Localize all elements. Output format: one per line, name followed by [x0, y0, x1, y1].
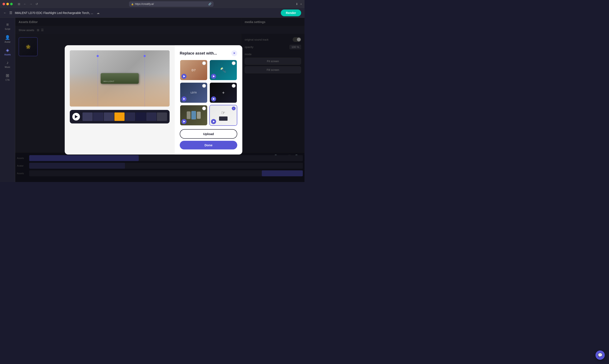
- filmstrip-frame-active[interactable]: [114, 112, 125, 121]
- play-button[interactable]: [72, 113, 80, 120]
- modal-title: Replace asset with...: [180, 51, 217, 56]
- asset-radio-4[interactable]: [232, 84, 236, 88]
- asset-play-btn-3[interactable]: [181, 96, 186, 102]
- asset-thumb-3[interactable]: LD70: [180, 82, 208, 103]
- forward-btn[interactable]: →: [29, 2, 33, 6]
- browser-nav: ⊞ ← → ↺: [17, 2, 39, 6]
- lock-icon: 🔒: [131, 3, 134, 5]
- modal-container: IMALENT: [65, 45, 255, 155]
- asset-radio-5[interactable]: [202, 106, 206, 110]
- sidebar-item-avatar[interactable]: 👤 Avatar: [1, 33, 14, 45]
- upload-button[interactable]: Upload: [180, 129, 237, 139]
- sidebar-label-music: Music: [5, 66, 10, 68]
- sidebar-item-cta[interactable]: ⊞ CTA: [1, 71, 14, 83]
- modal-header: Replace asset with... ×: [180, 50, 237, 56]
- filmstrip-frame-5: [125, 112, 135, 121]
- modal-overlay[interactable]: IMALENT: [15, 18, 304, 182]
- sidebar-toggle-btn[interactable]: ⊞: [17, 2, 21, 6]
- main-area: ≡ Script 👤 Avatar ◈ Assets ♪ Music ⊞ CTA: [0, 18, 304, 182]
- filmstrip-frame-2: [93, 112, 103, 121]
- minimize-traffic-light[interactable]: [6, 3, 9, 5]
- asset-radio-1[interactable]: [202, 61, 206, 65]
- close-traffic-light[interactable]: [2, 3, 5, 5]
- sidebar-label-cta: CTA: [5, 79, 10, 81]
- asset-play-btn-6[interactable]: [211, 119, 216, 124]
- browser-chrome: ⊞ ← → ↺ 🔒 https://creatify.ai/ 🔗 ⬇ +: [0, 0, 304, 8]
- asset-thumb-1[interactable]: D7: [180, 60, 208, 80]
- asset-radio-6[interactable]: ✓: [232, 106, 236, 110]
- sidebar-item-script[interactable]: ≡ Script: [1, 20, 14, 32]
- new-tab-icon[interactable]: +: [300, 2, 302, 6]
- sidebar: ≡ Script 👤 Avatar ◈ Assets ♪ Music ⊞ CTA: [0, 18, 15, 182]
- filmstrip: [82, 112, 167, 121]
- filmstrip-frame-3: [104, 112, 114, 121]
- render-button[interactable]: Render: [281, 10, 301, 16]
- refresh-btn[interactable]: ↺: [35, 2, 39, 6]
- url-text: https://creatify.ai/: [135, 2, 154, 5]
- share-icon: 🔗: [208, 2, 212, 5]
- modal-buttons: Upload Done: [180, 129, 237, 149]
- script-icon: ≡: [6, 22, 9, 27]
- video-controls: [70, 110, 170, 123]
- asset-thumb-4[interactable]: ✦: [209, 82, 237, 103]
- download-icon[interactable]: ⬇: [296, 2, 298, 6]
- video-preview: IMALENT: [70, 50, 170, 106]
- assets-grid: D7 🔦: [180, 60, 237, 126]
- avatar-icon: 👤: [5, 35, 10, 40]
- sidebar-label-script: Script: [5, 28, 10, 30]
- back-btn[interactable]: ←: [23, 2, 27, 6]
- filmstrip-frame-1: [82, 112, 93, 121]
- asset-play-btn-4[interactable]: [211, 96, 216, 102]
- assets-icon: ◈: [6, 48, 9, 53]
- back-nav-btn[interactable]: ←: [3, 11, 7, 15]
- modal-asset-picker: Replace asset with... × D7: [175, 45, 242, 155]
- project-title: IMALENT LD70 EDC Flashlight Led Recharge…: [15, 11, 93, 14]
- timeline-icon: ☰: [9, 11, 12, 15]
- asset-radio-3[interactable]: [202, 84, 206, 88]
- asset-thumb-5[interactable]: [180, 105, 208, 126]
- modal-video-panel: IMALENT: [65, 45, 175, 155]
- cta-icon: ⊞: [6, 73, 9, 78]
- traffic-lights: [2, 3, 13, 5]
- top-bar: ← ☰ IMALENT LD70 EDC Flashlight Led Rech…: [0, 8, 304, 18]
- asset-thumb-2[interactable]: 🔦: [209, 60, 237, 80]
- asset-play-btn-5[interactable]: [181, 119, 186, 124]
- sidebar-label-assets: Assets: [4, 53, 11, 56]
- maximize-traffic-light[interactable]: [10, 3, 13, 5]
- asset-radio-2[interactable]: [232, 61, 236, 65]
- music-icon: ♪: [7, 60, 9, 65]
- asset-thumb-6[interactable]: ☞ ✓: [209, 105, 237, 126]
- address-bar[interactable]: 🔒 https://creatify.ai/ 🔗: [129, 1, 213, 7]
- sidebar-item-music[interactable]: ♪ Music: [1, 58, 14, 70]
- asset-play-btn-2[interactable]: [211, 74, 216, 79]
- cloud-sync-icon: ☁: [97, 11, 100, 14]
- asset-play-btn-1[interactable]: [181, 74, 186, 79]
- done-button[interactable]: Done: [180, 141, 237, 149]
- filmstrip-frame-6: [135, 112, 146, 121]
- filmstrip-frame-8: [157, 112, 167, 121]
- app-container: ← ☰ IMALENT LD70 EDC Flashlight Led Rech…: [0, 8, 304, 182]
- sidebar-label-avatar: Avatar: [4, 41, 11, 43]
- filmstrip-frame-7: [146, 112, 157, 121]
- close-modal-button[interactable]: ×: [231, 50, 237, 56]
- play-icon: [75, 115, 78, 118]
- sidebar-item-assets[interactable]: ◈ Assets: [1, 46, 14, 57]
- browser-actions: ⬇ +: [296, 2, 302, 6]
